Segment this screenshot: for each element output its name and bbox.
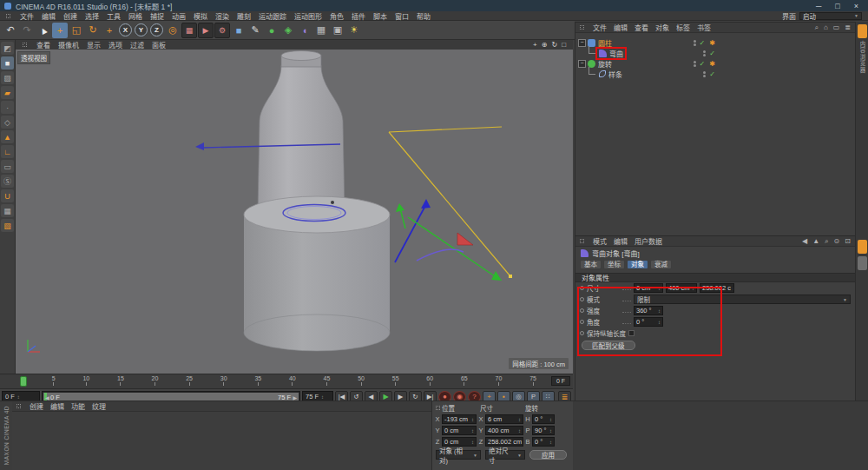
am-lock-icon[interactable]: ⊙ (834, 237, 840, 246)
expand-toggle[interactable] (578, 38, 586, 47)
maximize-button[interactable]: □ (835, 2, 839, 10)
om-menu-item[interactable]: 标签 (676, 23, 690, 32)
polygons-mode-icon[interactable]: ▲ (1, 130, 14, 143)
expand-toggle[interactable] (589, 46, 595, 54)
menu-item[interactable]: 帮助 (417, 11, 431, 21)
primitive-cube-icon[interactable]: ■ (231, 23, 247, 38)
slider-left-arrow-icon[interactable]: ◀ (45, 394, 49, 400)
phong-tag-icon[interactable]: ✱ (709, 39, 715, 47)
om-minimize-icon[interactable]: ▭ (833, 23, 840, 32)
panel-grip[interactable] (23, 43, 27, 47)
render-view-icon[interactable]: ▦ (181, 23, 197, 38)
viewport-menu-item[interactable]: 面板 (152, 40, 166, 50)
render-picture-viewer-icon[interactable]: ▶ (198, 23, 214, 38)
menu-item[interactable]: 运动图形 (294, 11, 322, 21)
object-tree-row[interactable]: 圆柱 ✓ ✱ (578, 37, 715, 48)
model-mode-icon[interactable]: ■ (1, 56, 14, 70)
am-up-icon[interactable]: ▲ (812, 237, 819, 246)
size-x-field[interactable]: 6 cm↕ (485, 414, 523, 424)
menu-item[interactable]: 动画 (172, 11, 186, 21)
object-tree-row[interactable]: 弯曲 ✓ ✱ (578, 48, 715, 58)
spline-pen-icon[interactable]: ✎ (247, 23, 263, 38)
subdivision-surface-icon[interactable]: ● (264, 23, 279, 38)
viewport-solo-icon[interactable]: ▭ (1, 160, 14, 173)
om-home-icon[interactable]: ⌂ (824, 23, 828, 32)
spinner-arrows-icon[interactable]: ↕ (321, 394, 324, 400)
view-label[interactable]: 透视视图 (17, 51, 50, 64)
size-y-field[interactable]: 400 cm↕ (485, 426, 523, 435)
menu-item[interactable]: 脚本 (373, 11, 387, 21)
keyframe-circle-icon[interactable] (580, 320, 584, 324)
rotation-p-field[interactable]: 90 °↕ (532, 426, 555, 435)
expand-toggle[interactable] (578, 59, 586, 68)
interface-dropdown[interactable]: 启动▼ (799, 12, 862, 20)
phong-tag-icon[interactable]: ✱ (709, 60, 715, 68)
spinner-arrows-icon[interactable]: ↕ (17, 394, 20, 400)
om-menu-item[interactable]: 书签 (697, 23, 711, 32)
move-tool-icon[interactable]: + (52, 23, 68, 38)
material-menu-item[interactable]: 功能 (71, 401, 85, 411)
coordinate-system-icon[interactable]: ◎ (165, 23, 181, 38)
menu-item[interactable]: 运动跟踪 (259, 11, 286, 21)
object-tree-row[interactable]: 旋转 ✓ ✱ (578, 58, 715, 69)
attribute-tab[interactable]: 坐标 (603, 260, 625, 269)
am-search-icon[interactable]: ⌕ (825, 237, 828, 246)
menu-item[interactable]: 编辑 (42, 11, 56, 21)
menu-item[interactable]: 网格 (128, 11, 142, 21)
visibility-dots[interactable] (694, 61, 696, 67)
undo-icon[interactable]: ↶ (3, 23, 18, 38)
lock-y-axis-icon[interactable]: Y (135, 23, 148, 36)
om-menu-item[interactable]: 文件 (593, 23, 607, 32)
texture-mode-icon[interactable]: ▨ (1, 71, 14, 84)
viewport-menu-item[interactable]: 摄像机 (58, 40, 79, 50)
size-y-field[interactable]: 400 cm↕ (666, 283, 697, 293)
minimize-button[interactable]: ─ (816, 2, 821, 10)
enable-check-icon[interactable]: ✓ (700, 39, 706, 47)
object-name[interactable]: 圆柱 (598, 38, 612, 48)
enable-check-icon[interactable]: ✓ (700, 60, 706, 68)
am-new-panel-icon[interactable]: ⊡ (845, 237, 851, 246)
mode-dropdown[interactable]: 限制▼ (634, 295, 851, 304)
redo-icon[interactable]: ↷ (19, 23, 35, 38)
viewport-menu-item[interactable]: 显示 (87, 40, 101, 50)
keyframe-circle-icon[interactable] (580, 286, 584, 290)
am-back-icon[interactable]: ◀ (802, 237, 807, 246)
current-frame-field[interactable]: 0 F (551, 376, 570, 386)
panel-grip[interactable] (6, 14, 10, 18)
expand-toggle[interactable] (589, 67, 595, 75)
locked-workplane-icon[interactable]: ▧ (1, 219, 14, 232)
menu-item[interactable]: 插件 (352, 11, 365, 21)
size-z-field[interactable]: 258.002 c↕ (700, 283, 734, 293)
object-tree-row[interactable]: 样条 ✓ ✱ (578, 69, 715, 79)
render-settings-icon[interactable]: ⚙ (214, 23, 230, 38)
lock-x-axis-icon[interactable]: X (119, 23, 132, 36)
position-y-field[interactable]: 0 cm↕ (442, 426, 477, 435)
om-layout-icon[interactable]: ≣ (845, 23, 851, 32)
material-menu-item[interactable]: 编辑 (50, 401, 64, 411)
last-tool-icon[interactable]: + (102, 23, 117, 38)
material-menu-item[interactable]: 纹理 (92, 401, 106, 411)
menu-item[interactable]: 创建 (63, 11, 77, 21)
menu-item[interactable]: 雕刻 (237, 11, 251, 21)
panel-grip[interactable] (436, 406, 440, 410)
panel-grip[interactable] (16, 404, 21, 408)
zoom-view-icon[interactable]: ⊕ (542, 41, 548, 49)
enable-axis-icon[interactable]: ∟ (1, 145, 14, 158)
timeline-playhead[interactable] (20, 376, 27, 387)
viewport[interactable]: 查看摄像机显示选项过滤面板 +⊕↻□ 透视视图 网格间距 : 100 cm (16, 40, 573, 374)
floor-icon[interactable]: ▦ (313, 23, 329, 38)
object-name[interactable]: 旋转 (598, 59, 612, 69)
rotate-tool-icon[interactable]: ↻ (85, 23, 101, 38)
visibility-dots[interactable] (694, 40, 696, 46)
close-button[interactable]: × (854, 2, 858, 10)
viewport-menu-item[interactable]: 查看 (36, 40, 50, 50)
viewport-menu-item[interactable]: 过滤 (130, 40, 144, 50)
enable-check-icon[interactable]: ✓ (709, 70, 715, 78)
attribute-tab[interactable]: 对象 (627, 260, 648, 269)
panel-grip[interactable] (580, 239, 584, 243)
points-mode-icon[interactable]: ∙ (1, 101, 14, 114)
deformer-icon[interactable]: ◖ (297, 23, 312, 38)
enable-check-icon[interactable]: ✓ (709, 50, 715, 57)
keyframe-circle-icon[interactable] (580, 308, 584, 313)
content-browser-tab[interactable] (858, 24, 867, 38)
